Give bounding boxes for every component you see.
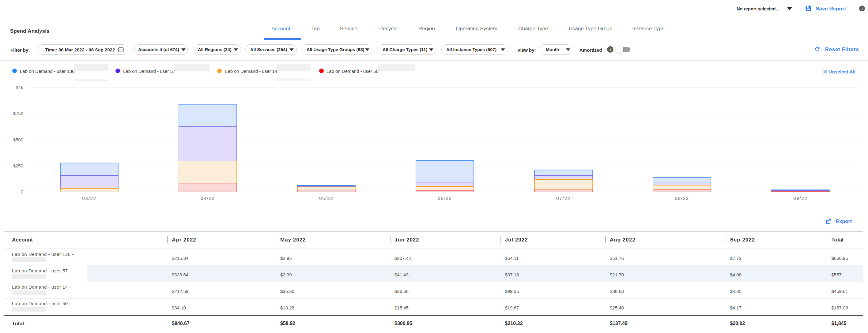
svg-text:$250: $250 (13, 163, 23, 168)
svg-text:$500: $500 (13, 137, 23, 142)
svg-text:$1k: $1k (16, 85, 24, 90)
svg-text:0: 0 (21, 189, 23, 194)
svg-text:$750: $750 (13, 111, 23, 116)
